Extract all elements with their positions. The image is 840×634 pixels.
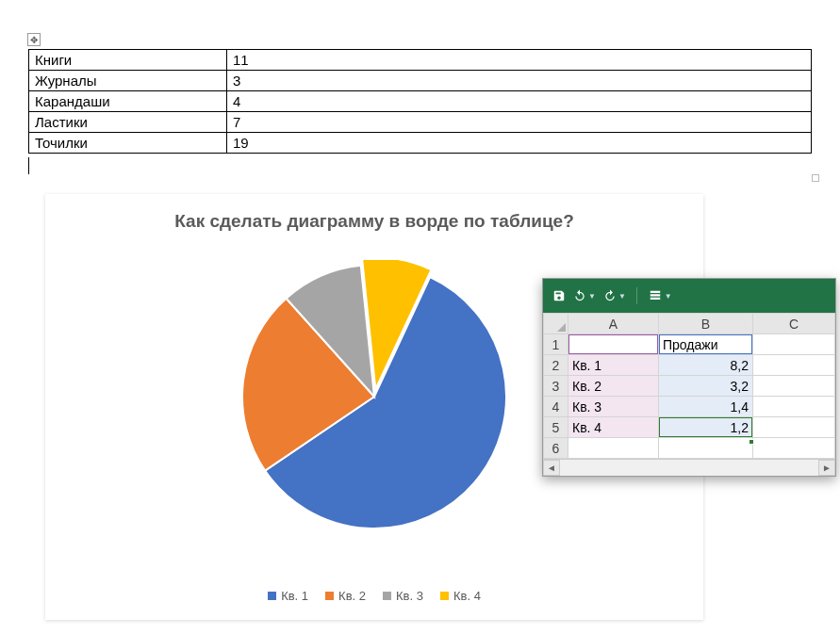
table-row[interactable]: Журналы 3 [29, 71, 812, 91]
row-header[interactable]: 4 [544, 397, 568, 417]
range-resize-handle[interactable] [749, 439, 754, 445]
legend-swatch-icon [440, 592, 449, 600]
table-row[interactable]: Точилки 19 [29, 133, 812, 154]
legend-label: Кв. 2 [338, 589, 366, 603]
cell[interactable] [753, 397, 835, 417]
cell[interactable]: Продажи [659, 334, 753, 355]
cell[interactable] [659, 438, 753, 459]
column-header[interactable]: B [659, 314, 753, 334]
redo-icon[interactable]: ▼ [603, 289, 626, 302]
row-header[interactable]: 1 [544, 334, 568, 355]
separator [636, 287, 637, 304]
legend-item[interactable]: Кв. 2 [325, 589, 366, 603]
table-row[interactable]: Карандаши 4 [29, 91, 812, 112]
cell[interactable]: 8,2 [659, 355, 753, 376]
row-header[interactable]: 6 [544, 438, 568, 459]
table-row[interactable]: Книги 11 [29, 50, 812, 71]
table-cell[interactable]: Точилки [29, 133, 227, 154]
row-header[interactable]: 5 [544, 417, 568, 438]
legend-label: Кв. 4 [453, 589, 481, 603]
text-cursor [28, 157, 29, 174]
table-cell[interactable]: 7 [227, 112, 812, 133]
column-header[interactable]: A [568, 314, 659, 334]
cell[interactable]: Кв. 1 [568, 355, 659, 376]
column-header[interactable]: C [753, 314, 835, 334]
cell[interactable]: 1,4 [659, 397, 753, 417]
cell[interactable] [753, 438, 835, 459]
chevron-down-icon[interactable]: ▼ [665, 292, 672, 301]
cell[interactable]: 3,2 [659, 376, 753, 397]
table-cell[interactable]: Ластики [29, 112, 227, 133]
legend-item[interactable]: Кв. 1 [268, 589, 308, 603]
cell[interactable] [753, 334, 835, 355]
pie-chart[interactable] [238, 260, 511, 537]
row-header[interactable]: 2 [544, 355, 568, 376]
cell[interactable] [753, 376, 835, 397]
scroll-left-icon[interactable]: ◄ [543, 460, 560, 476]
table-move-handle-icon[interactable]: ✥ [27, 33, 41, 46]
chevron-down-icon[interactable]: ▼ [618, 292, 626, 301]
cell[interactable] [753, 417, 835, 438]
table-resize-handle-icon[interactable] [812, 174, 819, 182]
legend-swatch-icon [325, 592, 334, 600]
cell[interactable]: Кв. 4 [568, 417, 659, 438]
horizontal-scrollbar[interactable]: ◄ ► [543, 459, 835, 476]
excel-data-window[interactable]: ▼ ▼ ▼ A B C 1 [542, 278, 836, 477]
table-cell[interactable]: Книги [29, 50, 227, 71]
table-row[interactable]: Ластики 7 [29, 112, 812, 133]
chevron-down-icon[interactable]: ▼ [588, 292, 596, 301]
undo-icon[interactable]: ▼ [573, 289, 596, 302]
chart-legend[interactable]: Кв. 1 Кв. 2 Кв. 3 Кв. 4 [45, 589, 703, 603]
cell[interactable]: 1,2 [659, 417, 753, 438]
save-icon[interactable] [552, 289, 566, 302]
table-cell[interactable]: Журналы [29, 71, 227, 91]
chart-title[interactable]: Как сделать диаграмму в ворде по таблице… [45, 211, 703, 232]
legend-label: Кв. 1 [281, 589, 308, 603]
cell[interactable]: Кв. 2 [568, 376, 659, 397]
legend-swatch-icon [383, 592, 391, 600]
chart-data-icon[interactable]: ▼ [648, 289, 672, 302]
legend-item[interactable]: Кв. 4 [440, 589, 481, 603]
row-header[interactable]: 3 [544, 376, 568, 397]
excel-quickaccess-toolbar: ▼ ▼ ▼ [543, 279, 835, 313]
table-cell[interactable]: Карандаши [29, 91, 227, 112]
table-cell[interactable]: 4 [227, 91, 812, 112]
cell[interactable] [568, 438, 659, 459]
select-all-corner[interactable] [544, 314, 568, 334]
legend-item[interactable]: Кв. 3 [383, 589, 423, 603]
scroll-right-icon[interactable]: ► [818, 460, 835, 476]
excel-grid[interactable]: A B C 1 Продажи 2 Кв. 1 8,2 3 Кв. 2 3,2 [543, 313, 835, 459]
table-cell[interactable]: 11 [227, 50, 812, 71]
cell[interactable]: Кв. 3 [568, 397, 659, 417]
table-cell[interactable]: 19 [227, 133, 812, 154]
legend-label: Кв. 3 [396, 589, 423, 603]
word-table[interactable]: Книги 11 Журналы 3 Карандаши 4 Ластики 7… [28, 49, 812, 154]
legend-swatch-icon [268, 592, 276, 600]
word-document-area: ✥ Книги 11 Журналы 3 Карандаши 4 Ластики… [28, 49, 812, 174]
table-cell[interactable]: 3 [227, 71, 812, 91]
cell[interactable] [753, 355, 835, 376]
cell[interactable] [568, 334, 659, 355]
